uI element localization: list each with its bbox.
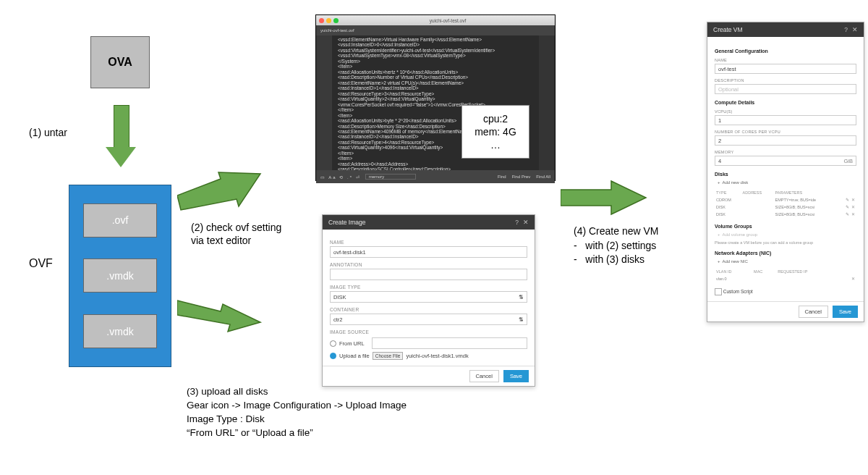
find-prev-button[interactable]: Find Prev — [512, 175, 531, 179]
dialog-header: Create Image ? ✕ — [323, 215, 535, 230]
vm-name-input[interactable]: ovf-test — [715, 64, 856, 74]
custom-script-label: Custom Script — [723, 289, 753, 294]
edit-icon[interactable]: ✎ — [846, 212, 849, 217]
summary-mem: mem: 4G — [462, 126, 529, 138]
step4-line2: - with (2) settings — [574, 239, 658, 253]
edit-icon[interactable]: ✎ — [846, 198, 849, 202]
annotation-input[interactable] — [330, 269, 527, 280]
close-icon[interactable] — [319, 18, 324, 23]
col-mac: MAC — [752, 268, 776, 275]
minimize-icon[interactable] — [326, 18, 331, 23]
arrow-check-ovf — [177, 170, 264, 214]
arrow-untar — [109, 105, 133, 170]
custom-script-checkbox[interactable] — [715, 288, 722, 295]
edit-icon[interactable]: ✎ — [846, 205, 849, 209]
svg-marker-2 — [561, 181, 646, 214]
vg-note: Please create a VM before you can add a … — [715, 240, 856, 245]
vmdk-file: .vmdk — [83, 258, 157, 293]
save-button[interactable]: Save — [503, 370, 529, 382]
table-row: DISKSIZE=8GiB; BUS=scsi✎ ✕ — [715, 203, 856, 211]
maximize-icon[interactable] — [333, 18, 339, 23]
svg-marker-0 — [177, 172, 260, 210]
cancel-button[interactable]: Cancel — [469, 370, 499, 382]
ova-block: OVA — [90, 36, 150, 88]
choose-file-button[interactable]: Choose File — [373, 352, 404, 360]
nics-table: VLAN ID MAC REQUESTED IP vlan.0 ✕ — [715, 268, 856, 282]
save-button[interactable]: Save — [833, 306, 858, 318]
help-icon[interactable]: ? — [844, 26, 848, 33]
editor-statusbar: ▭ Aa ⟲ .* ⏎ memory Find Find Prev Find A… — [316, 170, 555, 183]
delete-icon[interactable]: ✕ — [851, 277, 855, 281]
name-label: NAME — [715, 58, 856, 62]
help-icon[interactable]: ? — [515, 219, 519, 226]
disks-table: TYPE ADDRESS PARAMETERS CDROMEMPTY=true;… — [715, 189, 856, 218]
section-volgroups: Volume Groups — [715, 224, 856, 229]
annotation-label: ANNOTATION — [330, 262, 527, 267]
col-vlan: VLAN ID — [715, 268, 752, 275]
search-input[interactable]: memory — [365, 174, 416, 180]
container-select[interactable]: ctr2⇅ — [330, 314, 527, 325]
editor-tab[interactable]: yuichi-ovf-test.ovf — [316, 25, 555, 35]
step3-label: (3) upload all disks Gear icon -> Image … — [187, 385, 407, 440]
section-compute: Compute Details — [715, 100, 856, 105]
step3-line2: Gear icon -> Image Configuration -> Uplo… — [187, 399, 407, 413]
col-reqip: REQUESTED IP — [776, 268, 843, 275]
nic-vlan: vlan.0 — [715, 275, 752, 282]
from-url-input[interactable] — [372, 337, 527, 349]
upload-file-radio[interactable] — [330, 353, 336, 359]
step3-line3: Image Type : Disk — [187, 413, 407, 426]
vm-desc-input[interactable]: Optional — [715, 84, 856, 94]
image-type-label: IMAGE TYPE — [330, 285, 527, 290]
cancel-button[interactable]: Cancel — [799, 306, 828, 318]
table-row: vlan.0 ✕ — [715, 275, 856, 282]
chevron-updown-icon: ⇅ — [519, 316, 524, 323]
table-row: DISKSIZE=8GiB; BUS=scsi✎ ✕ — [715, 211, 856, 218]
step2-line1: (2) check ovf setting — [191, 221, 281, 234]
editor-line: </System> — [338, 59, 535, 64]
editor-line: <rasd:VirtualQuantity>2</rasd:VirtualQua… — [338, 96, 535, 101]
description-label: DESCRIPTION — [715, 78, 856, 83]
editor-line: <vssd:ElementName>Virtual Hardware Famil… — [338, 37, 535, 42]
summary-cpu: cpu:2 — [462, 113, 529, 125]
from-url-label: From URL — [339, 340, 365, 347]
close-icon[interactable]: ✕ — [852, 26, 858, 33]
step1-label: (1) untar — [29, 127, 67, 138]
section-general: General Configuration — [715, 49, 856, 54]
editor-line: <rasd:Address>0</rasd:Address> — [338, 161, 535, 167]
delete-icon[interactable]: ✕ — [851, 198, 855, 202]
editor-line: <vssd:VirtualSystemIdentifier>yuichi-ovf… — [338, 48, 535, 53]
container-label: CONTAINER — [330, 307, 527, 312]
from-url-radio[interactable] — [330, 340, 336, 347]
editor-body[interactable]: <vssd:ElementName>Virtual Hardware Famil… — [316, 35, 555, 170]
find-all-button[interactable]: Find All — [536, 175, 550, 179]
text-editor-window: yuichi-ovf-test.ovf yuichi-ovf-test.ovf … — [315, 14, 556, 181]
memory-label: MEMORY — [715, 150, 856, 154]
create-vm-dialog: Create VM ? ✕ General Configuration NAME… — [707, 22, 864, 322]
delete-icon[interactable]: ✕ — [851, 212, 855, 217]
add-nic-button[interactable]: + Add new NIC — [715, 258, 751, 265]
upload-file-label: Upload a file — [339, 353, 370, 359]
editor-line: <rasd:InstanceID>1</rasd:InstanceID> — [338, 85, 535, 91]
close-icon[interactable]: ✕ — [523, 219, 529, 226]
step4-line3: - with (3) disks — [574, 253, 658, 267]
editor-line: <rasd:ResourceType>3</rasd:ResourceType> — [338, 91, 535, 96]
delete-icon[interactable]: ✕ — [851, 205, 855, 209]
image-type-select[interactable]: DISK⇅ — [330, 291, 527, 303]
summary-more: … — [462, 139, 529, 151]
editor-toolbar-icons[interactable]: ▭ Aa ⟲ .* ⏎ — [320, 175, 361, 180]
arrow-upload-disks — [177, 290, 264, 333]
find-button[interactable]: Find — [498, 175, 506, 179]
vcpus-input[interactable]: 1 — [715, 115, 856, 125]
cores-input[interactable]: 2 — [715, 135, 856, 146]
memory-input[interactable]: 4GiB — [715, 156, 856, 166]
name-input[interactable]: ovf-test-disk1 — [330, 246, 527, 258]
svg-marker-1 — [177, 300, 260, 332]
ovf-label: OVF — [29, 257, 53, 270]
add-disk-button[interactable]: + Add new disk — [715, 179, 751, 186]
add-volume-group-button[interactable]: + Add volume group — [715, 231, 760, 238]
chosen-file-name: yuichi-ovf-test-disk1.vmdk — [406, 353, 468, 359]
name-label: NAME — [330, 240, 527, 245]
window-title: yuichi-ovf-test.ovf — [341, 18, 555, 23]
vcpus-label: VCPU(S) — [715, 109, 856, 114]
minimap — [539, 35, 555, 170]
